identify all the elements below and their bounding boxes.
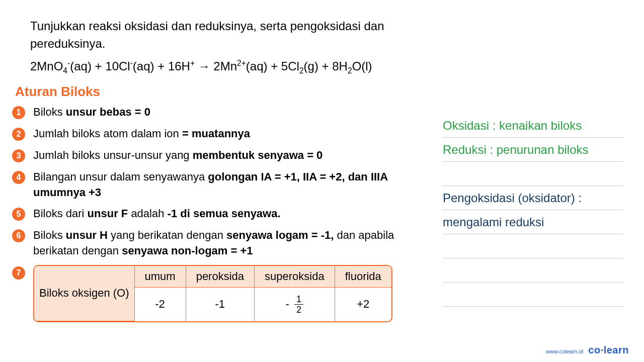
- notes-sidebar: Oksidasi : kenaikan biloks Reduksi : pen…: [443, 105, 624, 322]
- note-blank: [443, 162, 624, 186]
- rule-text: Biloks unsur H yang berikatan dengan sen…: [33, 228, 418, 259]
- question-prompt: Tunjukkan reaksi oksidasi dan reduksinya…: [30, 18, 423, 53]
- table-cell: - 12: [254, 288, 335, 321]
- bullet-icon: 6: [12, 229, 25, 242]
- footer: www.colearn.id co·learn: [546, 344, 629, 356]
- footer-url: www.colearn.id: [546, 348, 583, 354]
- chemical-equation: 2MnO4-(aq) + 10Cl-(aq) + 16H+ → 2Mn2+(aq…: [30, 59, 624, 75]
- table-header: fluorida: [335, 266, 391, 288]
- note-blank: [443, 234, 624, 258]
- note-blank: [443, 258, 624, 283]
- bullet-icon: 3: [12, 149, 25, 162]
- rule-item: 4 Bilangan unsur dalam senyawanya golong…: [30, 169, 418, 201]
- rule-item: 5 Biloks dari unsur F adalah -1 di semua…: [30, 206, 418, 222]
- note-mengalami: mengalami reduksi: [443, 210, 624, 234]
- table-header: superoksida: [254, 266, 335, 288]
- table-cell: +2: [335, 288, 391, 321]
- bullet-icon: 1: [12, 106, 25, 119]
- bullet-icon: 7: [12, 266, 25, 280]
- brand-logo: co·learn: [588, 344, 629, 356]
- bullet-icon: 4: [12, 171, 25, 184]
- rule-item: 6 Biloks unsur H yang berikatan dengan s…: [30, 228, 418, 259]
- rule-text: Biloks dari unsur F adalah -1 di semua s…: [33, 206, 281, 222]
- rule-item: 3 Jumlah biloks unsur-unsur yang membent…: [30, 148, 418, 163]
- table-cell: -2: [134, 288, 186, 321]
- rule-text: Biloks unsur bebas = 0: [33, 105, 150, 120]
- note-oksidasi: Oksidasi : kenaikan biloks: [443, 114, 624, 138]
- table-cell: -1: [186, 288, 254, 321]
- rule-text: Jumlah biloks atom dalam ion = muatannya: [33, 126, 250, 142]
- rule-item: 2 Jumlah biloks atom dalam ion = muatann…: [30, 126, 418, 142]
- note-pengoksidasi: Pengoksidasi (oksidator) :: [443, 186, 624, 210]
- table-header: umum: [134, 266, 186, 288]
- table-header: peroksida: [186, 266, 254, 288]
- rule-item: 1 Biloks unsur bebas = 0: [30, 105, 418, 120]
- rules-list: 1 Biloks unsur bebas = 0 2 Jumlah biloks…: [30, 105, 418, 258]
- oxygen-biloks-table: Biloks oksigen (O) umum peroksida supero…: [33, 265, 392, 322]
- rule-text: Bilangan unsur dalam senyawanya golongan…: [33, 169, 418, 201]
- bullet-icon: 2: [12, 128, 25, 141]
- bullet-icon: 5: [12, 208, 25, 221]
- note-blank: [443, 283, 624, 307]
- note-reduksi: Reduksi : penurunan biloks: [443, 138, 624, 162]
- rule-text: Jumlah biloks unsur-unsur yang membentuk…: [33, 148, 323, 163]
- table-row-label: Biloks oksigen (O): [34, 266, 134, 321]
- section-title: Aturan Biloks: [15, 84, 624, 100]
